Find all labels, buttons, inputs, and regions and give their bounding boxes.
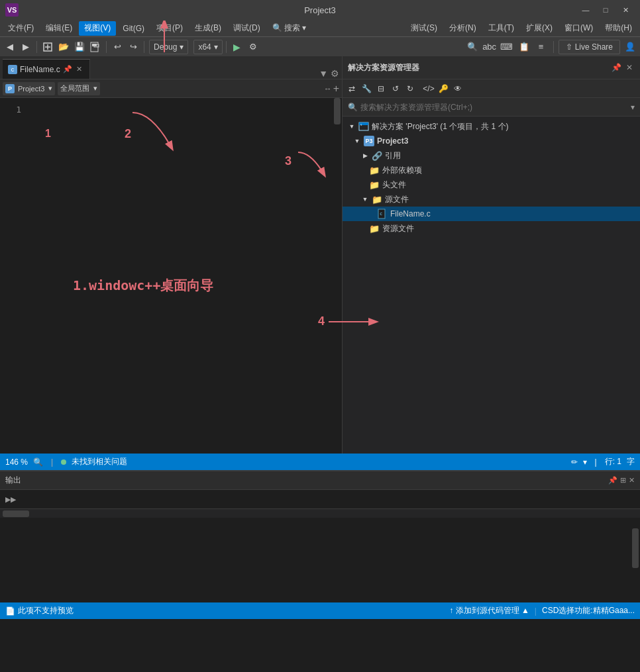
menu-build[interactable]: 生成(B) bbox=[189, 21, 227, 36]
minimize-button[interactable]: — bbox=[576, 3, 595, 17]
zoom-icon[interactable]: 🔍 bbox=[33, 457, 43, 467]
se-btn-code[interactable]: </> bbox=[422, 82, 435, 95]
maximize-button[interactable]: □ bbox=[596, 3, 615, 17]
project-dropdown[interactable]: P Project3 ▾ bbox=[3, 82, 55, 95]
menu-help[interactable]: 帮助(H) bbox=[600, 21, 637, 36]
tree-resource-files[interactable]: 📁 资源文件 bbox=[343, 221, 640, 236]
line-1: 1 bbox=[0, 103, 21, 116]
output-hscrollbar[interactable] bbox=[0, 508, 640, 518]
source-files-label: 源文件 bbox=[385, 194, 409, 205]
se-btn-history[interactable]: ↺ bbox=[389, 82, 402, 95]
code-area[interactable]: 1.windowc++桌面向导 bbox=[27, 98, 333, 454]
se-btn-preview[interactable]: 👁 bbox=[451, 82, 464, 95]
solution-icon: S bbox=[358, 121, 369, 132]
tab-close-button[interactable]: ✕ bbox=[75, 65, 84, 74]
menu-project[interactable]: 项目(P) bbox=[151, 21, 188, 36]
tree-references[interactable]: ▶ 🔗 引用 bbox=[343, 148, 640, 163]
menu-search[interactable]: 🔍 搜索 ▾ bbox=[267, 21, 312, 36]
tab-overflow-icon[interactable]: ▼ bbox=[319, 68, 328, 79]
se-search-bar: 🔍 ▾ bbox=[343, 98, 640, 117]
toolbar-search[interactable]: 🔍 bbox=[465, 40, 480, 54]
se-btn-sync[interactable]: ⇄ bbox=[345, 82, 358, 95]
tree-solution[interactable]: ▼ S 解决方案 'Project3' (1 个项目，共 1 个) bbox=[343, 119, 640, 134]
toolbar-right: 🔍 abc ⌨ 📋 ≡ ⇧ Live Share 👤 bbox=[465, 40, 637, 54]
platform-dropdown[interactable]: x64 ▾ bbox=[193, 40, 222, 54]
status-bar: 146 % 🔍 | 未找到相关问题 ✏ ▾ | 行: 1 字 bbox=[0, 454, 640, 470]
c-file-tree-icon: c bbox=[377, 209, 388, 219]
zoom-level[interactable]: 146 % bbox=[5, 457, 28, 467]
toolbar-open[interactable]: 📂 bbox=[56, 40, 71, 54]
toolbar-attach[interactable]: ⚙ bbox=[246, 40, 260, 54]
toolbar-spellcheck[interactable]: abc bbox=[482, 40, 497, 54]
scope-dropdown[interactable]: 全局范围 ▾ bbox=[58, 82, 100, 95]
tree-source-files[interactable]: ▼ 📁 源文件 bbox=[343, 192, 640, 207]
se-btn-properties[interactable]: 🔑 bbox=[437, 82, 450, 95]
toolbar-save[interactable]: 💾 bbox=[72, 40, 87, 54]
editor-tab-filename[interactable]: c FileName.c 📌 ✕ bbox=[3, 59, 90, 79]
toolbar-align[interactable]: ≡ bbox=[534, 40, 549, 54]
char-info: 字 bbox=[627, 456, 635, 467]
bottom-sep: | bbox=[535, 606, 537, 616]
add-to-source[interactable]: ↑ 添加到源代码管理 ▲ bbox=[449, 605, 529, 616]
menu-window[interactable]: 窗口(W) bbox=[559, 21, 598, 36]
menu-debug[interactable]: 调试(D) bbox=[228, 21, 266, 36]
tree-header-files[interactable]: 📁 头文件 bbox=[343, 177, 640, 192]
toolbar-run[interactable]: ▶ bbox=[230, 40, 244, 54]
project-icon: P3 bbox=[364, 136, 374, 146]
bottom-right: ↑ 添加到源代码管理 ▲ | CSD选择功能:精精Gaaa... bbox=[449, 605, 635, 616]
toolbar: ◀ ▶ 📂 💾 ↩ ↪ Debug ▾ x64 ▾ bbox=[0, 36, 640, 56]
toolbar-back[interactable]: ◀ bbox=[3, 40, 17, 54]
nav-sync-icon[interactable]: ↔ bbox=[324, 84, 332, 93]
live-share-button[interactable]: ⇧ Live Share bbox=[559, 40, 620, 54]
panel-pin-icon[interactable]: 📌 bbox=[611, 62, 621, 73]
se-btn-refresh[interactable]: ↻ bbox=[403, 82, 417, 95]
close-button[interactable]: ✕ bbox=[616, 3, 635, 17]
toolbar-undo[interactable]: ↩ bbox=[110, 40, 125, 54]
git-info[interactable]: CSD选择功能:精精Gaaa... bbox=[542, 605, 635, 616]
source-files-arrow: ▼ bbox=[361, 195, 369, 203]
output-close-icon[interactable]: ✕ bbox=[629, 476, 635, 485]
menu-tools[interactable]: 工具(T) bbox=[483, 21, 519, 36]
menu-view[interactable]: 视图(V) bbox=[79, 21, 116, 36]
nav-plus-icon[interactable]: + bbox=[333, 83, 339, 95]
git-dropdown[interactable]: ▾ bbox=[583, 457, 587, 467]
editor-scrollbar[interactable] bbox=[333, 98, 342, 454]
toolbar-account[interactable]: 👤 bbox=[623, 40, 637, 54]
scope-label: 全局范围 bbox=[60, 83, 89, 93]
resource-files-icon: 📁 bbox=[369, 223, 380, 234]
toolbar-new-project[interactable] bbox=[40, 40, 55, 54]
toolbar-more1[interactable]: ⌨ bbox=[500, 40, 514, 54]
tree-external-deps[interactable]: 📁 外部依赖项 bbox=[343, 163, 640, 177]
tree-filename-c[interactable]: c FileName.c bbox=[343, 207, 640, 221]
toolbar-sep-3 bbox=[144, 41, 144, 53]
panel-close-icon[interactable]: ✕ bbox=[624, 62, 635, 73]
tree-project[interactable]: ▼ P3 Project3 bbox=[343, 134, 640, 148]
tab-bar-right: ▼ ⚙ bbox=[319, 68, 339, 79]
menu-analyze[interactable]: 分析(N) bbox=[444, 21, 482, 36]
editor-nav-right: ↔ + bbox=[324, 83, 339, 95]
se-btn-props[interactable]: 🔧 bbox=[360, 82, 373, 95]
output-header: 输出 📌 ⊞ ✕ bbox=[0, 471, 640, 490]
debug-config-dropdown[interactable]: Debug ▾ bbox=[149, 40, 188, 54]
toolbar-redo[interactable]: ↪ bbox=[126, 40, 140, 54]
toolbar-more2[interactable]: 📋 bbox=[517, 40, 531, 54]
menu-extensions[interactable]: 扩展(X) bbox=[521, 21, 558, 36]
toolbar-forward[interactable]: ▶ bbox=[19, 40, 33, 54]
se-btn-collapse[interactable]: ⊟ bbox=[374, 82, 388, 95]
menu-edit[interactable]: 编辑(E) bbox=[40, 21, 78, 36]
menu-git[interactable]: Git(G) bbox=[117, 21, 150, 36]
line-info: 行: 1 bbox=[605, 456, 621, 467]
toolbar-save-all[interactable] bbox=[88, 40, 103, 54]
output-pin-icon[interactable]: 📌 bbox=[608, 476, 617, 485]
solution-explorer-titlebar: 解决方案资源管理器 📌 ✕ bbox=[343, 56, 640, 79]
se-search-input[interactable] bbox=[360, 103, 628, 112]
menu-file[interactable]: 文件(F) bbox=[3, 21, 39, 36]
menu-test[interactable]: 测试(S) bbox=[405, 21, 443, 36]
search-dropdown-icon[interactable]: ▾ bbox=[631, 103, 635, 112]
tree-view[interactable]: ▼ S 解决方案 'Project3' (1 个项目，共 1 个) ▼ P3 P… bbox=[343, 117, 640, 454]
output-pin2-icon[interactable]: ⊞ bbox=[620, 476, 626, 485]
editor-content[interactable]: 1 1.windowc++桌面向导 bbox=[0, 98, 342, 454]
output-panel: 输出 📌 ⊞ ✕ ▶▶ bbox=[0, 470, 640, 602]
no-issues-dot bbox=[61, 459, 66, 465]
tab-settings-icon[interactable]: ⚙ bbox=[331, 68, 339, 79]
